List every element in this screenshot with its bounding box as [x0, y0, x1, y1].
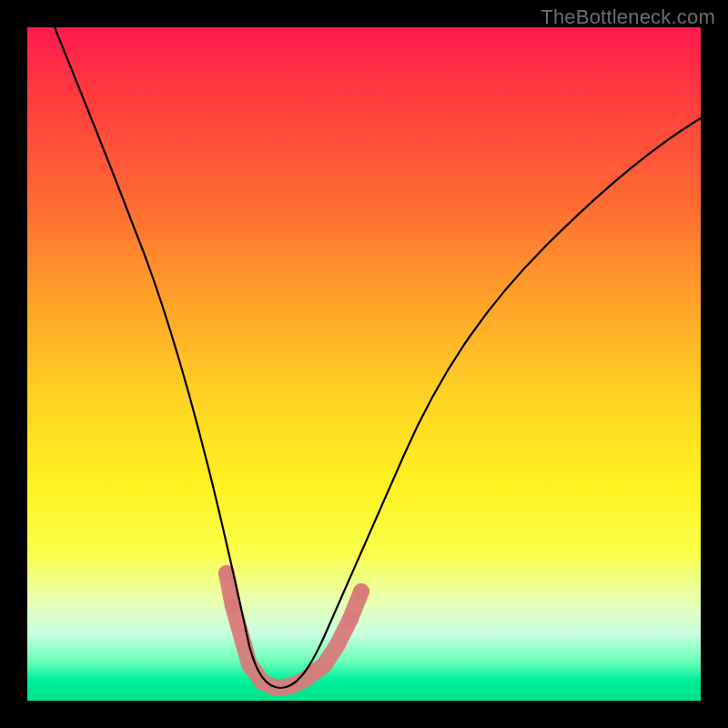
marker-dot	[353, 583, 369, 600]
watermark-text: TheBottleneck.com	[541, 5, 715, 29]
plot-area	[27, 27, 701, 701]
bottleneck-curve	[55, 27, 701, 688]
marker-dot	[342, 611, 359, 627]
curve-layer	[27, 27, 701, 701]
chart-frame: TheBottleneck.com	[0, 0, 728, 728]
